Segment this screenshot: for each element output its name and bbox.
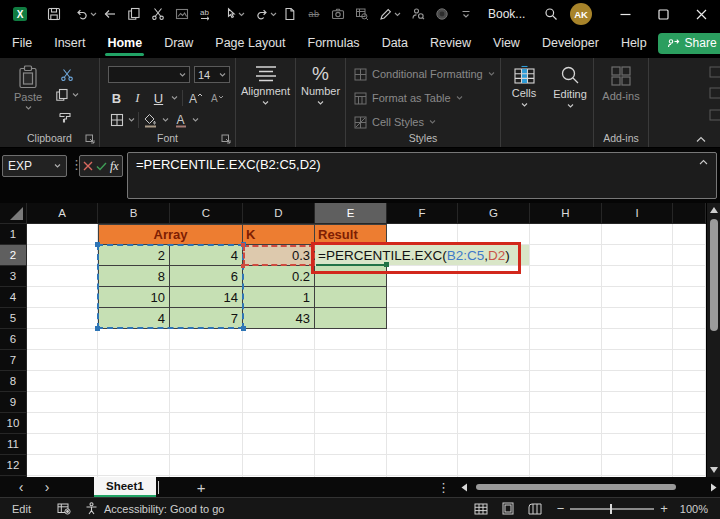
cell-b1-array-header[interactable]: Array xyxy=(98,224,243,245)
cell-a4[interactable] xyxy=(27,287,98,308)
cell[interactable] xyxy=(243,329,315,350)
sheet-lookup-icon[interactable] xyxy=(350,2,374,26)
borders-button[interactable] xyxy=(108,111,125,129)
tab-developer[interactable]: Developer xyxy=(538,28,603,58)
cell[interactable] xyxy=(170,413,243,434)
cell[interactable] xyxy=(530,413,602,434)
cell[interactable] xyxy=(387,371,458,392)
vertical-scrollbar-thumb[interactable] xyxy=(710,219,718,331)
accessibility-icon[interactable] xyxy=(85,502,98,515)
cell-i4[interactable] xyxy=(602,287,673,308)
select-all-corner[interactable] xyxy=(0,203,27,224)
cell[interactable] xyxy=(98,371,170,392)
tab-page-layout[interactable]: Page Layout xyxy=(211,28,289,58)
range-handle-icon[interactable] xyxy=(241,243,245,247)
cell-i2[interactable] xyxy=(602,245,673,266)
font-dialog-launcher-icon[interactable] xyxy=(221,134,231,144)
close-button[interactable] xyxy=(682,0,720,28)
cell-h4[interactable] xyxy=(530,287,602,308)
cell[interactable] xyxy=(458,434,530,455)
fill-color-chevron-icon[interactable] xyxy=(162,117,169,123)
redo-dropdown-icon[interactable] xyxy=(270,11,278,17)
cell-f4[interactable] xyxy=(387,287,458,308)
cell[interactable] xyxy=(170,455,243,476)
cell[interactable] xyxy=(602,371,673,392)
font-color-chevron-icon[interactable] xyxy=(192,117,199,123)
cell[interactable] xyxy=(170,434,243,455)
column-header-h[interactable]: H xyxy=(530,203,602,224)
sheet-options-icon[interactable]: ⋮ xyxy=(437,480,450,495)
cell[interactable] xyxy=(673,371,706,392)
column-header-b[interactable]: B xyxy=(98,203,170,224)
format-painter-button[interactable] xyxy=(58,110,73,125)
copy-icon[interactable] xyxy=(122,2,146,26)
column-header-a[interactable]: A xyxy=(27,203,98,224)
copy-button[interactable] xyxy=(55,88,79,102)
decrease-font-button[interactable]: A xyxy=(208,89,225,107)
tab-help[interactable]: Help xyxy=(617,28,651,58)
scroll-left-icon[interactable] xyxy=(460,483,468,492)
cell[interactable] xyxy=(602,329,673,350)
row-header[interactable]: 12 xyxy=(0,455,27,476)
fill-color-button[interactable] xyxy=(142,111,159,129)
search-icon[interactable] xyxy=(539,2,563,26)
row-header-1[interactable]: 1 xyxy=(0,224,27,245)
cell-d4[interactable]: 1 xyxy=(243,287,315,308)
range-handle-icon[interactable] xyxy=(95,326,100,331)
row-header[interactable]: 10 xyxy=(0,413,27,434)
bold-button[interactable]: B xyxy=(108,89,125,107)
row-header[interactable]: 7 xyxy=(0,350,27,371)
cell[interactable] xyxy=(315,455,387,476)
alignment-button[interactable]: Alignment xyxy=(236,58,295,147)
cell[interactable] xyxy=(602,455,673,476)
cell[interactable] xyxy=(673,350,706,371)
cell[interactable] xyxy=(387,329,458,350)
cell[interactable] xyxy=(27,455,98,476)
cell-g4[interactable] xyxy=(458,287,530,308)
horizontal-scrollbar[interactable] xyxy=(460,477,718,497)
cell[interactable] xyxy=(170,371,243,392)
zoom-level[interactable]: 100% xyxy=(680,503,708,515)
scroll-up-icon[interactable] xyxy=(710,207,718,213)
paste-button[interactable]: Paste xyxy=(14,65,42,111)
cell[interactable] xyxy=(315,392,387,413)
cell-e5[interactable] xyxy=(315,308,387,329)
row-header-3[interactable]: 3 xyxy=(0,266,27,287)
cell[interactable] xyxy=(98,350,170,371)
tab-draw[interactable]: Draw xyxy=(160,28,197,58)
cell[interactable] xyxy=(602,413,673,434)
cell-a5[interactable] xyxy=(27,308,98,329)
zoom-slider-thumb[interactable] xyxy=(610,504,612,514)
strikethrough-icon[interactable]: ab xyxy=(302,2,326,26)
cell-d1-k-header[interactable]: K xyxy=(243,224,315,245)
tab-insert[interactable]: Insert xyxy=(50,28,89,58)
cell-h3[interactable] xyxy=(530,266,602,287)
clipboard-dialog-launcher-icon[interactable] xyxy=(85,134,95,144)
column-header-partial[interactable] xyxy=(673,203,706,224)
cell[interactable] xyxy=(243,350,315,371)
undo-dropdown-icon[interactable] xyxy=(90,11,98,17)
zoom-out-button[interactable]: − xyxy=(557,501,565,516)
cell[interactable] xyxy=(27,371,98,392)
cell-i1[interactable] xyxy=(602,224,673,245)
zoom-slider[interactable] xyxy=(570,502,654,516)
cell[interactable] xyxy=(98,413,170,434)
cell[interactable] xyxy=(530,350,602,371)
cell[interactable] xyxy=(170,350,243,371)
cell-h1[interactable] xyxy=(530,224,602,245)
row-header-5[interactable]: 5 xyxy=(0,308,27,329)
cell[interactable] xyxy=(387,350,458,371)
person-permissions-icon[interactable] xyxy=(406,2,430,26)
cell-a2[interactable] xyxy=(27,245,98,266)
zoom-in-button[interactable]: + xyxy=(660,501,668,516)
column-header-d[interactable]: D xyxy=(243,203,315,224)
cell[interactable] xyxy=(458,392,530,413)
qat-overflow-icon[interactable] xyxy=(454,2,478,26)
cell[interactable] xyxy=(387,434,458,455)
cell[interactable] xyxy=(27,392,98,413)
cell-j5[interactable] xyxy=(673,308,706,329)
cell-h5[interactable] xyxy=(530,308,602,329)
cell-d3[interactable]: 0.2 xyxy=(243,266,315,287)
scroll-down-icon[interactable] xyxy=(710,467,718,473)
cell[interactable] xyxy=(602,350,673,371)
